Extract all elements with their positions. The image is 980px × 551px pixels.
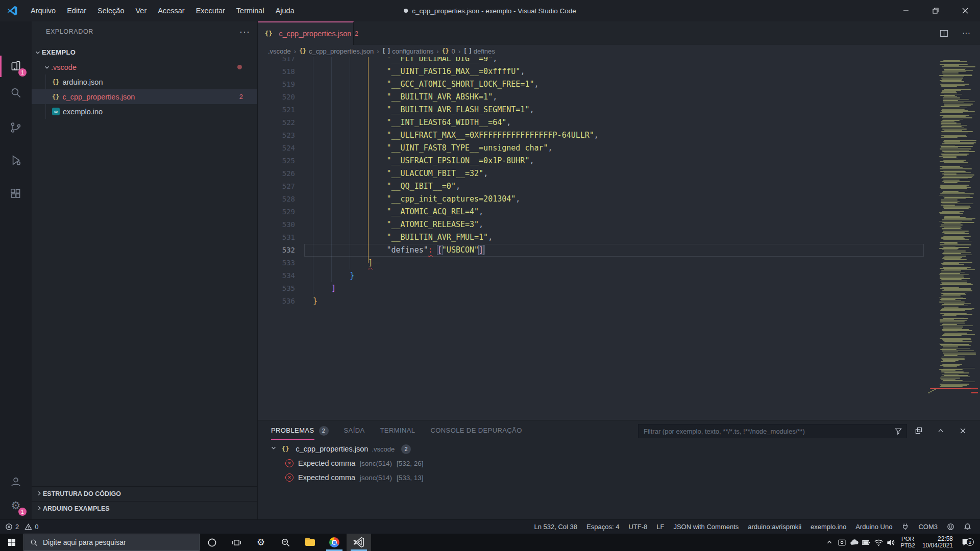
- menu-item-terminal[interactable]: Terminal: [231, 0, 270, 21]
- panel-tab-sa-da[interactable]: SAÍDA: [344, 427, 365, 435]
- status-item[interactable]: Arduino Uno: [851, 523, 897, 531]
- tree-file-arduino-json[interactable]: {} arduino.json: [32, 74, 257, 89]
- extensions-icon[interactable]: [0, 181, 32, 207]
- battery-icon[interactable]: [860, 538, 872, 547]
- start-button[interactable]: [0, 534, 23, 551]
- volume-icon[interactable]: [885, 538, 897, 547]
- code-line[interactable]: "__INT_LEAST64_WIDTH__=64",: [313, 116, 919, 129]
- status-item[interactable]: UTF-8: [624, 523, 652, 531]
- plug-icon[interactable]: [897, 523, 914, 531]
- code-line[interactable]: "__BUILTIN_AVR_FMUL=1",: [313, 231, 919, 244]
- account-icon[interactable]: [0, 468, 32, 495]
- bell-icon[interactable]: [959, 523, 976, 531]
- onedrive-icon[interactable]: [848, 538, 860, 547]
- menu-item-executar[interactable]: Executar: [190, 0, 231, 21]
- code-line[interactable]: "__ATOMIC_RELEASE=3",: [313, 218, 919, 231]
- action-center-icon[interactable]: 2: [957, 538, 975, 547]
- section-code-structure[interactable]: ESTRUTURA DO CÓDIGO: [32, 486, 257, 501]
- tree-file-exemplo-ino[interactable]: ∞ exemplo.ino: [32, 104, 257, 119]
- minimap[interactable]: [924, 57, 970, 420]
- wifi-icon[interactable]: [872, 538, 885, 547]
- menu-item-ver[interactable]: Ver: [130, 0, 152, 21]
- breadcrumb-item[interactable]: [ ]defines: [463, 47, 495, 55]
- editor-more-actions-icon[interactable]: ···: [960, 27, 972, 39]
- breadcrumb-item[interactable]: {}0: [442, 47, 455, 55]
- taskbar-search[interactable]: [23, 534, 200, 551]
- menu-item-editar[interactable]: Editar: [61, 0, 92, 21]
- close-window-button[interactable]: [950, 0, 980, 21]
- breadcrumb-item[interactable]: {}c_cpp_properties.json: [299, 47, 374, 55]
- status-item[interactable]: arduino:avrispmkii: [743, 523, 806, 531]
- code-line[interactable]: "__QQ_IBIT__=0",: [313, 180, 919, 193]
- restore-button[interactable]: [921, 0, 950, 21]
- problem-row[interactable]: ✕ Expected comma jsonc(514) [532, 26]: [258, 456, 980, 470]
- code-line[interactable]: }: [313, 295, 919, 308]
- taskbar-search-input[interactable]: [43, 538, 181, 546]
- cortana-icon[interactable]: [200, 534, 224, 551]
- code-line[interactable]: "__ULACCUM_FBIT__=32",: [313, 167, 919, 180]
- code-line[interactable]: ]: [313, 282, 919, 295]
- code-line[interactable]: "__GCC_ATOMIC_SHORT_LOCK_FREE=1",: [313, 78, 919, 91]
- panel-tab-problemas[interactable]: PROBLEMAS2: [271, 426, 329, 436]
- code-line[interactable]: "__UINT_FAST8_TYPE__=unsigned char",: [313, 142, 919, 155]
- snip-sketch-icon[interactable]: [836, 538, 848, 547]
- settings-gear-icon[interactable]: ⚙ 1: [0, 492, 32, 519]
- menu-item-arquivo[interactable]: Arquivo: [25, 0, 61, 21]
- code-line[interactable]: "__ATOMIC_ACQ_REL=4",: [313, 206, 919, 218]
- status-item[interactable]: COM3: [914, 523, 942, 531]
- breadcrumb-item[interactable]: .vscode: [268, 47, 291, 55]
- task-view-icon[interactable]: [224, 534, 249, 551]
- tab-c-cpp-properties[interactable]: {} c_cpp_properties.json 2: [258, 21, 354, 45]
- run-debug-icon[interactable]: [0, 147, 32, 173]
- tree-file-c-cpp-properties[interactable]: {} c_cpp_properties.json 2: [32, 89, 257, 104]
- minimize-button[interactable]: [891, 0, 921, 21]
- code-line[interactable]: "__ULLFRACT_MAX__=0XFFFFFFFFFFFFFFFFP-64…: [313, 129, 919, 142]
- code-line[interactable]: "__USFRACT_EPSILON__=0x1P-8UHR",: [313, 155, 919, 167]
- code-line[interactable]: "__FLT_DECIMAL_DIG__=9",: [313, 57, 919, 65]
- language-indicator[interactable]: POR PTB2: [897, 536, 919, 549]
- problems-filter-input[interactable]: Filtrar (por exemplo, texto, **/*.ts, !*…: [638, 424, 907, 438]
- code-line[interactable]: ]: [313, 257, 919, 269]
- panel-tab-console-de-depura-o[interactable]: CONSOLE DE DEPURAÇÃO: [430, 427, 522, 435]
- problems-file-group[interactable]: {} c_cpp_properties.json .vscode 2: [258, 442, 980, 456]
- code-editor[interactable]: 5175185195205215225235245255265275285295…: [258, 57, 980, 420]
- status-item[interactable]: exemplo.ino: [806, 523, 851, 531]
- panel-tab-terminal[interactable]: TERMINAL: [380, 427, 415, 435]
- explorer-icon[interactable]: 1: [0, 53, 32, 80]
- panel-maximize-icon[interactable]: [935, 424, 947, 437]
- code-line[interactable]: }: [313, 269, 919, 282]
- code-line[interactable]: "__BUILTIN_AVR_FLASH_SEGMENT=1",: [313, 104, 919, 116]
- tree-root-exemplo[interactable]: EXEMPLO: [32, 45, 257, 60]
- collapse-all-icon[interactable]: [913, 424, 925, 437]
- status-item[interactable]: LF: [652, 523, 669, 531]
- menu-item-acessar[interactable]: Acessar: [152, 0, 190, 21]
- tree-folder-vscode[interactable]: .vscode: [32, 60, 257, 74]
- breadcrumbs: .vscode›{}c_cpp_properties.json›[ ]confi…: [258, 45, 980, 57]
- menu-item-seleção[interactable]: Seleção: [92, 0, 130, 21]
- problems-status[interactable]: 2 0: [0, 523, 38, 531]
- magnifier-app-icon[interactable]: [273, 534, 298, 551]
- file-explorer-icon[interactable]: [298, 534, 322, 551]
- status-item[interactable]: Ln 532, Col 38: [529, 523, 582, 531]
- status-item[interactable]: Espaços: 4: [582, 523, 624, 531]
- settings-app-icon[interactable]: ⚙: [249, 534, 273, 551]
- problem-row[interactable]: ✕ Expected comma jsonc(514) [533, 13]: [258, 470, 980, 485]
- search-icon[interactable]: [0, 80, 32, 106]
- sidebar-more-icon[interactable]: ···: [239, 27, 250, 37]
- code-line[interactable]: "__cpp_init_captures=201304",: [313, 193, 919, 206]
- split-editor-icon[interactable]: [938, 27, 950, 39]
- breadcrumb-item[interactable]: [ ]configurations: [382, 47, 434, 55]
- code-line[interactable]: "defines": ["USBCON"]: [313, 244, 919, 257]
- status-item[interactable]: JSON with Comments: [669, 523, 743, 531]
- section-arduino-examples[interactable]: ARDUINO EXAMPLES: [32, 501, 257, 516]
- hidden-icons-chevron-icon[interactable]: [823, 539, 836, 546]
- chrome-icon[interactable]: [322, 534, 347, 551]
- code-line[interactable]: "__UINT_FAST16_MAX__=0xffffU",: [313, 65, 919, 78]
- vscode-taskbar-icon[interactable]: [347, 534, 371, 551]
- taskbar-clock[interactable]: 22:58 10/04/2021: [919, 536, 957, 549]
- code-line[interactable]: "__BUILTIN_AVR_ABSHK=1",: [313, 91, 919, 104]
- menu-item-ajuda[interactable]: Ajuda: [270, 0, 300, 21]
- source-control-icon[interactable]: [0, 114, 32, 141]
- feedback-icon[interactable]: [942, 523, 959, 531]
- panel-close-icon[interactable]: [957, 424, 969, 437]
